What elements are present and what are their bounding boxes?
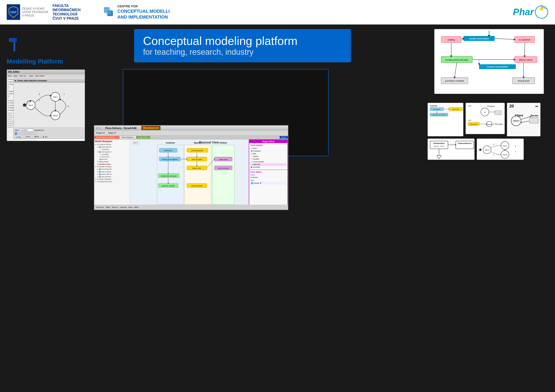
svg-text:CA1: CA1 xyxy=(468,120,471,121)
klient-server-diagram: 20 Klient žádost Server ◀◀ xyxy=(507,103,540,136)
fsm-content: %3=2 %3=1 %3=0 0 1 0 1 xyxy=(14,83,85,127)
svg-text:potato order: potato order xyxy=(219,159,228,160)
tool-activity[interactable]: ⚡ Activity xyxy=(250,155,286,158)
heading-main: Conceptual modeling platform xyxy=(143,35,342,47)
small-diagrams-row1: Customer wants pizza ordering pizza viap… xyxy=(428,103,542,136)
svg-rect-32 xyxy=(212,145,234,204)
workbench-label: Workbench xyxy=(141,126,161,130)
svg-rect-119 xyxy=(430,141,448,149)
svg-text:accepts pizza and pays: accepts pizza and pays xyxy=(445,58,468,61)
svg-text:1: 1 xyxy=(39,100,40,102)
svg-text:1: 1 xyxy=(515,151,516,153)
svg-text:%3=2: %3=2 xyxy=(485,149,489,151)
fsm-reset-button[interactable]: ↺ Reset xyxy=(23,135,32,138)
cvut-text: ČESKÉ VYSOKÉ UČENÍ TECHNICKÉ V PRAZE xyxy=(22,7,49,17)
centre-cube-icon xyxy=(103,6,115,18)
cvut-shield-icon: ČVUT xyxy=(7,4,20,20)
svg-text:%3=0: %3=0 xyxy=(503,154,507,156)
svg-text:Pizza Payer: Pizza Payer xyxy=(470,123,477,125)
fsm-next-button[interactable]: ▶ Next xyxy=(42,135,49,138)
svg-text:delivers pizza: delivers pizza xyxy=(519,58,533,61)
zoom-in-button[interactable]: Zoom in xyxy=(112,206,118,208)
svg-text:pizza payer: pizza payer xyxy=(453,109,459,110)
plugin-editor-header: Plugin Editor xyxy=(249,140,287,143)
svg-text:wants pizza: wants pizza xyxy=(433,109,440,110)
fsm-titlebar: ■ □ Finite State Machine Simulator xyxy=(14,79,85,83)
association-svg: waiting Invalid association to customer … xyxy=(435,29,544,94)
centre-text: CENTRE FOR CONCEPTUAL MODELLI AND IMPLEM… xyxy=(117,4,170,20)
header: ČVUT ČESKÉ VYSOKÉ UČENÍ TECHNICKÉ V PRAZ… xyxy=(0,0,555,25)
svg-rect-10 xyxy=(13,41,15,51)
tab-plugin-editor[interactable]: Plugin Editor xyxy=(136,136,150,138)
dynacase-statusbar: Zoom out 100% Zoom in View All Undo Redo xyxy=(94,205,288,210)
svg-line-83 xyxy=(455,63,457,78)
svg-point-22 xyxy=(23,103,26,107)
main-content: Modelling Platform DSL Editor New Save S… xyxy=(0,25,555,392)
tabs-bar: Pizza Delivery [ORMod... × Pizza Deliver… xyxy=(94,135,288,139)
tool-communication[interactable]: 🔗 Communication xyxy=(250,160,286,163)
svg-text:order processed: order processed xyxy=(191,185,203,187)
left-section: Modelling Platform DSL Editor New Save S… xyxy=(7,36,92,145)
svg-rect-117 xyxy=(530,117,539,123)
undo-button[interactable]: Undo xyxy=(128,206,132,208)
svg-text:0: 0 xyxy=(39,93,40,95)
svg-text:Complete: Complete xyxy=(496,123,503,125)
svg-text:%3=2: %3=2 xyxy=(28,104,33,106)
svg-text:ordering pizza viaphane: ordering pizza viaphane xyxy=(162,159,178,160)
tool-data-flow[interactable]: 📊 Data Flow xyxy=(250,163,286,166)
tab-pizza-delivery[interactable]: Pizza Delivery × xyxy=(120,136,136,138)
svg-rect-100 xyxy=(495,110,502,115)
redo-button[interactable]: Redo xyxy=(134,206,138,208)
svg-text:order processed: order processed xyxy=(218,167,229,169)
svg-point-6 xyxy=(540,7,543,10)
svg-text:Correct Association: Correct Association xyxy=(487,65,508,68)
svg-text:Customer: Customer xyxy=(430,105,438,107)
fsm-back-button[interactable]: ◀ Back xyxy=(33,135,41,138)
svg-text:driving back: driving back xyxy=(518,80,530,82)
heading-box: Conceptual modeling platform for teachin… xyxy=(134,29,351,62)
svg-line-78 xyxy=(461,38,464,40)
tool-transition[interactable]: ↗ Transition xyxy=(250,158,286,160)
svg-text:ČVUT: ČVUT xyxy=(10,11,16,14)
view-all-button[interactable]: View All xyxy=(120,206,126,208)
project-menu[interactable]: Project ▼ xyxy=(96,132,105,134)
model-navigator: Model Navigator ▼ 🍕 Customer (Particip..… xyxy=(94,139,130,206)
svg-line-79 xyxy=(495,38,515,40)
fsm-diagram: %3=2 %3=1 %3=0 0 1 0 1 xyxy=(15,85,83,126)
small-diagrams-row2: DCModelObject collection : RoaC1 DCNamed… xyxy=(428,138,542,160)
pharo-icon xyxy=(535,5,548,19)
svg-text:◀◀: ◀◀ xyxy=(535,105,538,107)
small-diagrams: Customer wants pizza ordering pizza viap… xyxy=(428,103,542,162)
dynacase-box: × − □ Pizza Delivery - DynaCASE Workbenc… xyxy=(94,125,288,210)
editor-menu[interactable]: Editor ▼ xyxy=(108,132,116,134)
dynacase-toolbar[interactable]: Project ▼ Editor ▼ xyxy=(94,131,288,135)
svg-text:Completion: Completion xyxy=(487,105,495,107)
tab-pizza-delivery-orm[interactable]: Pizza Delivery [ORMod... × xyxy=(94,136,120,138)
tool-select[interactable]: ↖ Select xyxy=(250,147,286,150)
fsm-stop-button[interactable]: ● Stop xyxy=(15,135,22,138)
tool-participant[interactable]: 👤 Participant xyxy=(250,150,286,152)
svg-text:žádost: žádost xyxy=(513,120,519,122)
svg-text:DCNamedElement: DCNamedElement xyxy=(458,143,472,144)
svg-text:DCModelObject: DCModelObject xyxy=(433,143,445,144)
svg-text:ordering pizza viaphane: ordering pizza viaphane xyxy=(432,114,446,116)
svg-rect-30 xyxy=(185,145,211,204)
svg-text:purchase complete: purchase complete xyxy=(162,185,175,187)
svg-text:0: 0 xyxy=(68,105,69,108)
name-panel-header: Name xyxy=(280,136,288,138)
zoom-out-button[interactable]: Zoom out xyxy=(96,206,104,208)
svg-text:Customer: Customer xyxy=(166,142,175,144)
fsm-simulator: Input: Separated by: 1 1 1 0 0 0 1 1 xyxy=(14,127,85,138)
fsm-input[interactable] xyxy=(20,129,33,132)
svg-text:1: 1 xyxy=(493,154,494,156)
tool-constraint[interactable]: ▦ Constraint xyxy=(250,166,286,168)
svg-text:accepts pizza and pays: accepts pizza and pays xyxy=(161,175,177,177)
zoom-level-display: 100% xyxy=(105,206,110,208)
svg-text:Payment: Payment xyxy=(486,123,492,125)
svg-rect-122 xyxy=(456,141,474,149)
svg-text:wants pizza: wants pizza xyxy=(164,150,172,152)
tool-state[interactable]: ⬡ State xyxy=(250,152,286,155)
dsl-toolbar: New Save Save as... Open Open Editor xyxy=(7,74,85,78)
svg-text:%3=1: %3=1 xyxy=(53,96,58,98)
svg-rect-11 xyxy=(9,38,17,42)
